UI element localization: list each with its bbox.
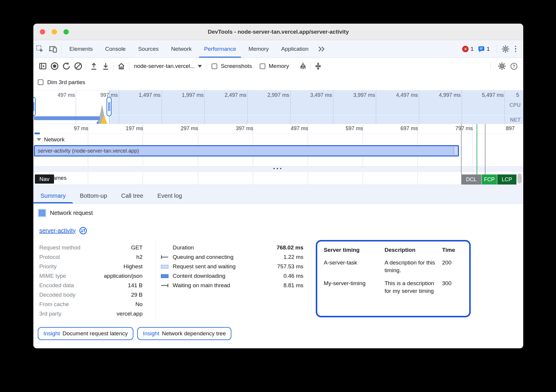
insight-document-request-latency-button[interactable]: Insight Document request latency [38, 327, 133, 340]
request-bar-tail-segment [454, 147, 457, 155]
minimize-window-button[interactable] [52, 29, 57, 35]
frames-track-row[interactable]: Frames Nav [33, 172, 523, 184]
toggle-panel-icon [39, 62, 47, 70]
tab-network[interactable]: Network [165, 40, 198, 58]
timing-row: Request sent and waiting 757.53 ms [161, 262, 303, 271]
overview-tick: 497 ms [33, 92, 75, 98]
ptoolbar-right-cluster: ? [489, 58, 520, 75]
gear-icon [498, 62, 506, 70]
overview-tick: 3,497 ms [290, 92, 332, 98]
home-button[interactable] [115, 60, 127, 72]
expand-triangle-icon [37, 138, 41, 141]
overview-tick: 4,997 ms [418, 92, 461, 98]
dim-third-parties-checkbox[interactable] [38, 79, 43, 85]
upload-icon [90, 62, 98, 70]
load-profile-button[interactable] [88, 60, 100, 72]
timeline-tick: 797 ms [429, 125, 473, 132]
capture-settings-button[interactable] [496, 60, 508, 72]
window-title: DevTools - node-server-tan.vercel.app/se… [33, 29, 523, 35]
insight-network-dependency-tree-button[interactable]: Insight Network dependency tree [137, 327, 232, 340]
overview-tick: 1,997 ms [161, 92, 204, 98]
clear-icon [74, 62, 83, 71]
inspect-icon [36, 45, 44, 53]
overview-tick: 2,497 ms [204, 92, 246, 98]
overview-tick: 3,997 ms [333, 92, 375, 98]
timeline-tracks[interactable]: 97 ms 197 ms 297 ms 397 ms 497 ms 597 ms… [33, 124, 523, 188]
title-bar: DevTools - node-server-tan.vercel.app/se… [33, 24, 523, 40]
server-timing-header: Server timing [324, 246, 383, 254]
tab-elements[interactable]: Elements [63, 40, 99, 58]
download-icon [102, 62, 110, 70]
timing-row: Content downloading 0.46 ms [161, 271, 303, 281]
record-button[interactable] [49, 60, 60, 72]
nav-tooltip-badge: Nav [35, 174, 54, 184]
selection-right-handle[interactable] [107, 97, 112, 116]
network-request-bar[interactable]: server-activity (node-server-tan.vercel.… [34, 145, 459, 156]
track-bottom-strip [33, 184, 523, 188]
help-button[interactable]: ? [508, 60, 520, 72]
close-window-button[interactable] [40, 29, 45, 35]
timeline-tick: 297 ms [154, 125, 198, 132]
memory-checkbox[interactable] [260, 63, 265, 69]
timing-row: Duration 768.02 ms [161, 243, 303, 252]
tab-summary[interactable]: Summary [33, 188, 73, 203]
tab-call-tree[interactable]: Call tree [114, 188, 150, 203]
tab-event-log[interactable]: Event log [150, 188, 189, 203]
field-value: 141 B [128, 282, 143, 289]
net-activity-bar [34, 116, 100, 120]
divider [207, 62, 207, 71]
tab-memory[interactable]: Memory [242, 40, 275, 58]
timeline-overview[interactable]: 497 ms 997 ms 1,497 ms 1,997 ms 2,497 ms… [33, 90, 523, 124]
performance-toolbar: node-server-tan.vercel... Screenshots Me… [33, 58, 523, 74]
device-toolbar-button[interactable] [46, 40, 59, 58]
collapsed-tracks-row[interactable]: ••• [33, 166, 523, 172]
more-options-button[interactable] [512, 46, 519, 52]
inspect-element-button[interactable] [33, 40, 46, 58]
divider [310, 62, 310, 71]
vertical-scrollbar[interactable] [517, 174, 522, 184]
field-row: Decoded body29 B [39, 290, 143, 300]
divider [61, 44, 61, 53]
screenshots-checkbox[interactable] [212, 63, 217, 69]
tab-console[interactable]: Console [99, 40, 132, 58]
field-row: Protocolh2 [39, 252, 143, 262]
dark-phase-icon [161, 274, 173, 278]
field-label: Priority [39, 263, 57, 270]
timing-label: Content downloading [173, 273, 283, 279]
dcl-marker-badge[interactable]: DCL [461, 174, 481, 184]
fcp-marker-badge[interactable]: FCP [482, 174, 497, 184]
collapse-tracks-button[interactable] [312, 60, 324, 72]
request-link[interactable]: server-activity [39, 227, 76, 234]
insight-buttons-row: Insight Document request latency Insight… [38, 327, 231, 340]
clear-recording-button[interactable] [72, 60, 84, 72]
lcp-marker-badge[interactable]: LCP [497, 174, 516, 184]
field-row: MIME typeapplication/json [39, 271, 143, 281]
issues-icon[interactable] [478, 45, 485, 53]
zoom-window-button[interactable] [63, 29, 69, 35]
error-badge-icon[interactable]: × [462, 46, 469, 52]
field-value: No [135, 301, 143, 308]
selection-left-handle[interactable] [33, 97, 36, 116]
save-profile-button[interactable] [100, 60, 112, 72]
tab-application[interactable]: Application [275, 40, 315, 58]
collect-garbage-button[interactable] [297, 60, 308, 72]
toggle-sidebar-button[interactable] [37, 60, 49, 72]
chevron-down-icon [198, 65, 202, 68]
timing-value: 757.53 ms [277, 263, 303, 270]
history-select[interactable]: node-server-tan.vercel... [131, 63, 205, 69]
reload-and-record-button[interactable] [60, 60, 72, 72]
overflow-dots: ••• [273, 166, 283, 171]
network-track-header[interactable]: Network [37, 136, 65, 143]
screenshots-toggle[interactable]: Screenshots [212, 63, 252, 69]
summary-heading-row: Network request [39, 210, 93, 216]
settings-button[interactable] [499, 45, 512, 53]
tab-performance[interactable]: Performance [198, 40, 242, 58]
broom-icon [298, 62, 307, 70]
server-timing-time: 200 [442, 259, 463, 274]
device-toolbar-icon [48, 45, 57, 53]
reveal-in-network-icon[interactable] [79, 227, 87, 235]
memory-toggle[interactable]: Memory [260, 63, 289, 69]
tab-sources[interactable]: Sources [132, 40, 165, 58]
more-tabs-button[interactable] [315, 40, 328, 58]
tab-bottom-up[interactable]: Bottom-up [73, 188, 114, 203]
